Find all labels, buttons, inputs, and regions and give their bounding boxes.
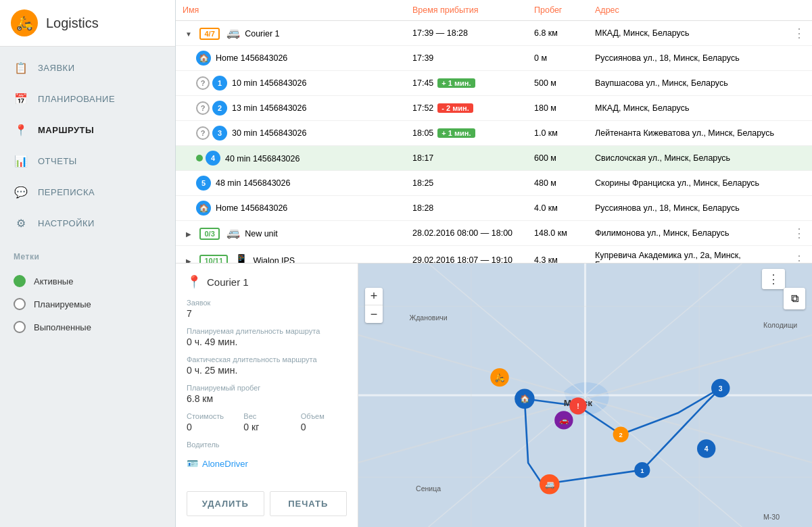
map-zoom-controls: + −	[365, 288, 383, 323]
table-row[interactable]: ? 2 13 min 1456843026 17:52- 2 мин. 180 …	[176, 96, 812, 121]
svg-text:2: 2	[619, 431, 623, 438]
cost-label: Стоимость	[187, 412, 233, 420]
courier-name: Courier 1	[207, 276, 249, 288]
row-name: ▶ 10/11 📱 Wialon IPS	[176, 246, 406, 264]
weight-row: Вес 0 кг	[243, 412, 289, 432]
home-indicator: 🏠	[196, 51, 211, 66]
table-row[interactable]: 4 40 min 1456843026 18:17 600 м Свислочс…	[176, 146, 812, 171]
expand-btn[interactable]: ▶	[183, 228, 195, 240]
row-addr: Свислочская ул., Минск, Беларусь	[588, 146, 786, 171]
sidebar-item-zayavki[interactable]: 📋ЗАЯВКИ	[0, 52, 175, 83]
tag-dot-done	[14, 321, 26, 333]
driver-icon: 🪪	[187, 458, 198, 469]
plan-dist-label: Планируемый пробег	[187, 384, 347, 392]
sidebar: 🛵 Logistics 📋ЗАЯВКИ📅ПЛАНИРОВАНИЕ📍МАРШРУТ…	[0, 0, 176, 527]
svg-text:Сеница: Сеница	[416, 484, 441, 493]
row-spacer	[786, 196, 812, 221]
row-dist: 500 м	[527, 71, 588, 96]
svg-text:3: 3	[719, 384, 723, 393]
fact-dur-row: Фактическая длительность маршрута 0 ч. 2…	[187, 355, 347, 376]
action-buttons: УДАЛИТЬ ПЕЧАТЬ	[187, 486, 347, 516]
sidebar-item-perepiska[interactable]: 💬ПЕРЕПИСКА	[0, 176, 175, 207]
plan-dur-label: Планируемая длительность маршрута	[187, 327, 347, 335]
time-adj: + 1 мин.	[437, 128, 475, 138]
svg-text:🚐: 🚐	[545, 480, 555, 489]
delete-button[interactable]: УДАЛИТЬ	[187, 491, 264, 516]
map-more-button[interactable]: ⋮	[762, 269, 785, 289]
table-row[interactable]: 🏠 Home 1456843026 18:28 4.0 км Руссиянов…	[176, 196, 812, 221]
row-time: 17:39	[406, 46, 527, 71]
tag-item-active[interactable]: Активные	[0, 270, 175, 293]
row-dist: 4.0 км	[527, 196, 588, 221]
tag-item-done[interactable]: Выполненные	[0, 316, 175, 338]
plan-dur-row: Планируемая длительность маршрута 0 ч. 4…	[187, 327, 347, 347]
plan-dist-value: 6.8 км	[187, 393, 347, 404]
table-row[interactable]: ▼ 4/7 🚐 Courier 1 17:39 — 18:28 6.8 км М…	[176, 21, 812, 46]
expand-btn[interactable]: ▼	[183, 28, 195, 40]
col-time: Время прибытия	[406, 0, 527, 21]
row-addr: Скорины Франциска ул., Минск, Беларусь	[588, 171, 786, 196]
row-more[interactable]: ⋮	[786, 221, 812, 246]
row-dist: 148.0 км	[527, 221, 588, 246]
svg-text:Колодищи: Колодищи	[763, 321, 797, 329]
time-adj: + 1 мин.	[437, 78, 475, 88]
row-spacer	[786, 171, 812, 196]
map-layers-button[interactable]: ⧉	[784, 288, 805, 309]
table-row[interactable]: ▶ 10/11 📱 Wialon IPS 29.02.2016 18:07 — …	[176, 246, 812, 264]
map-toolbar: ⋮	[762, 269, 785, 289]
nav-icon-otchety: 📊	[14, 153, 28, 168]
table-row[interactable]: 🏠 Home 1456843026 17:39 0 м Руссиянова у…	[176, 46, 812, 71]
nav-label-nastroyki: НАСТРОЙКИ	[38, 218, 95, 228]
row-time: 17:45+ 1 мин.	[406, 71, 527, 96]
driver-row: 🪪 AloneDriver	[187, 458, 347, 469]
logo-emoji: 🛵	[16, 15, 33, 31]
stop-circle-outline: 5	[196, 176, 211, 191]
table-row[interactable]: ? 1 10 min 1456843026 17:45+ 1 мин. 500 …	[176, 71, 812, 96]
row-more[interactable]: ⋮	[786, 246, 812, 264]
driver-name[interactable]: AloneDriver	[202, 459, 248, 469]
row-addr: Филимонова ул., Минск, Беларусь	[588, 221, 786, 246]
volume-label: Объем	[301, 412, 347, 420]
svg-text:!: !	[577, 402, 579, 410]
zoom-in-button[interactable]: +	[365, 288, 383, 305]
table-row[interactable]: ? 3 30 min 1456843026 18:05+ 1 мин. 1.0 …	[176, 121, 812, 146]
tag-item-planned[interactable]: Планируемые	[0, 293, 175, 316]
tag-label-done: Выполненные	[34, 322, 91, 332]
row-time: 18:05+ 1 мин.	[406, 121, 527, 146]
row-time: 18:28	[406, 196, 527, 221]
nav-label-planirovanie: ПЛАНИРОВАНИЕ	[38, 94, 115, 104]
row-time: 28.02.2016 08:00 — 18:00	[406, 221, 527, 246]
nav-icon-nastroyki: ⚙	[14, 216, 28, 230]
row-dist: 600 м	[527, 146, 588, 171]
row-spacer	[786, 146, 812, 171]
expand-btn[interactable]: ▶	[183, 255, 195, 264]
print-button[interactable]: ПЕЧАТЬ	[270, 491, 348, 516]
row-name: 5 48 min 1456843026	[176, 171, 406, 196]
row-dist: 180 м	[527, 96, 588, 121]
row-time: 29.02.2016 18:07 — 19:10	[406, 246, 527, 264]
app-logo: 🛵 Logistics	[0, 0, 175, 47]
fact-dur-label: Фактическая длительность маршрута	[187, 355, 347, 363]
cost-weight-volume-grid: Стоимость 0 Вес 0 кг Объем 0	[187, 412, 347, 432]
time-adj: - 2 мин.	[437, 103, 473, 113]
zoom-out-button[interactable]: −	[365, 305, 383, 323]
question-indicator: ?	[196, 126, 210, 140]
sidebar-item-marshruty[interactable]: 📍МАРШРУТЫ	[0, 114, 175, 145]
row-more[interactable]: ⋮	[786, 21, 812, 46]
nav-label-otchety: ОТЧЕТЫ	[38, 156, 77, 166]
stop-circle: 2	[212, 101, 227, 116]
sidebar-item-nastroyki[interactable]: ⚙НАСТРОЙКИ	[0, 207, 175, 239]
table-body: ▼ 4/7 🚐 Courier 1 17:39 — 18:28 6.8 км М…	[176, 21, 812, 264]
sidebar-item-otchety[interactable]: 📊ОТЧЕТЫ	[0, 145, 175, 176]
nav-label-perepiska: ПЕРЕПИСКА	[38, 187, 95, 197]
table-row[interactable]: 5 48 min 1456843026 18:25 480 м Скорины …	[176, 171, 812, 196]
svg-text:🏠: 🏠	[520, 394, 530, 403]
sidebar-item-planirovanie[interactable]: 📅ПЛАНИРОВАНИЕ	[0, 83, 175, 114]
table-row[interactable]: ▶ 0/3 🚐 New unit 28.02.2016 08:00 — 18:0…	[176, 221, 812, 246]
routes-table: Имя Время прибытия Пробег Адрес ▼ 4/7 🚐 …	[176, 0, 812, 264]
row-time: 18:17	[406, 146, 527, 171]
device-icon: 🚐	[226, 27, 240, 39]
row-spacer	[786, 96, 812, 121]
question-indicator: ?	[196, 101, 210, 115]
row-name: 🏠 Home 1456843026	[176, 46, 406, 71]
